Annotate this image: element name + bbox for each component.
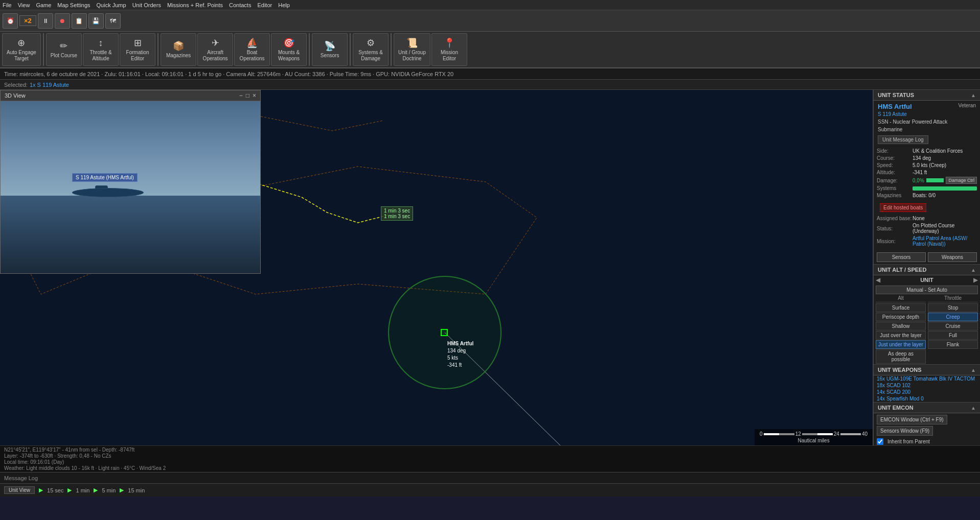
magazines-btn[interactable]: 📦 Magazines	[161, 33, 196, 66]
plot-course-btn[interactable]: ✏ Plot Course	[46, 33, 82, 66]
scale-label: Nautical miles	[760, 438, 868, 443]
message-log-bar[interactable]: Message Log	[0, 472, 980, 483]
play-icon-1[interactable]: ▶	[39, 487, 43, 493]
save-btn[interactable]: 💾	[88, 13, 104, 29]
alt-just-under-layer-btn[interactable]: Just under the layer	[876, 340, 926, 349]
menu-missions[interactable]: Missions + Ref. Points	[167, 2, 223, 8]
course-row: Course: 134 deg	[877, 155, 977, 161]
systems-damage-label: Systems &Damage	[358, 50, 383, 62]
play-icon-4[interactable]: ▶	[120, 487, 124, 493]
unit-view-btn[interactable]: Unit View	[4, 486, 35, 494]
auto-engage-target-btn[interactable]: ⊕ Auto EngageTarget	[2, 33, 41, 66]
auto-engage-icon: ⊕	[17, 37, 25, 49]
scenario-btn[interactable]: 📋	[72, 13, 87, 29]
weapon-4[interactable]: 14x Spearfish Mod 0	[874, 395, 980, 402]
view3d-titlebar[interactable]: 3D View − □ ×	[1, 90, 260, 101]
menu-quick-jump[interactable]: Quick Jump	[97, 2, 126, 8]
plot-course-icon: ✏	[60, 40, 67, 52]
unit-sensors-btn[interactable]: Sensors	[877, 252, 926, 262]
selected-unit: 1x S 119 Astute	[30, 82, 69, 88]
throttle-stop-btn[interactable]: Stop	[928, 303, 978, 312]
unit-emcon-title: UNIT EMCON	[878, 405, 914, 411]
unit-status-header: UNIT STATUS ▲	[874, 90, 980, 101]
unit-status-expand[interactable]: ▲	[971, 92, 976, 98]
alt-speed-expand[interactable]: ▲	[971, 267, 976, 273]
sensors-btn[interactable]: 📡 Sensors	[312, 33, 348, 66]
inherit-parent-row: Inherit from Parent	[874, 437, 980, 445]
inherit-parent-checkbox[interactable]	[877, 438, 883, 445]
time-icon[interactable]: ⏰	[3, 13, 18, 29]
unit-weapons-title: UNIT WEAPONS	[878, 367, 922, 373]
record-btn[interactable]: ⏺	[55, 13, 70, 29]
course-value: 134 deg	[913, 155, 931, 161]
aircraft-ops-icon: ✈	[212, 37, 219, 49]
throttle-flank-btn[interactable]: Flank	[928, 340, 978, 349]
throttle-cruise-btn[interactable]: Cruise	[928, 322, 978, 330]
play-icon-3[interactable]: ▶	[94, 487, 98, 493]
menu-editor[interactable]: Editor	[257, 2, 272, 8]
throttle-full-btn[interactable]: Full	[928, 331, 978, 340]
sea-background	[1, 196, 260, 273]
view3d-close[interactable]: ×	[253, 92, 256, 99]
damage-ctrl-btn[interactable]: Damage Ctrl	[946, 177, 977, 184]
alt-speed-prev-btn[interactable]: ◀	[876, 276, 880, 283]
scale-0: 0	[760, 431, 763, 437]
alt-deep-btn[interactable]: As deep as possible	[876, 349, 926, 364]
sensors-window-btn[interactable]: Sensors Window (F9)	[877, 426, 933, 436]
weapon-2[interactable]: 18x SCAD 102	[874, 382, 980, 389]
menu-view[interactable]: View	[18, 2, 30, 8]
view3d-minimize[interactable]: −	[239, 92, 243, 99]
pause-btn[interactable]: ⏸	[38, 13, 53, 29]
unit-group-doctrine-btn[interactable]: 📜 Unit / GroupDoctrine	[394, 33, 430, 66]
alt-surface-btn[interactable]: Surface	[876, 303, 926, 312]
emcon-window-btn[interactable]: EMCON Window (Ctrl + F9)	[877, 415, 947, 424]
alt-just-over-layer-btn[interactable]: Just over the layer	[876, 331, 926, 340]
boat-operations-btn[interactable]: ⛵ BoatOperations	[234, 33, 270, 66]
weapon-1[interactable]: 16x UGM-109E Tomahawk Blk IV TACTOM	[874, 375, 980, 382]
unit-weapons-header: UNIT WEAPONS ▲	[874, 365, 980, 375]
throttle-creep-btn[interactable]: Creep	[928, 313, 978, 321]
map-container[interactable]: 1 min 3 sec 1 min 3 sec HMS Artful 134 d…	[0, 90, 873, 445]
unit-status-title: UNIT STATUS	[878, 92, 914, 98]
mounts-weapons-btn[interactable]: 🎯 Mounts &Weapons	[271, 33, 307, 66]
unit-weapons-btn[interactable]: Weapons	[928, 252, 977, 262]
menu-unit-orders[interactable]: Unit Orders	[132, 2, 161, 8]
unit-marker-hms-artful[interactable]	[441, 329, 448, 336]
play-icon-2[interactable]: ▶	[67, 487, 72, 493]
unit-group-doctrine-icon: 📜	[406, 37, 418, 49]
plot-course-label: Plot Course	[51, 53, 77, 59]
mission-value[interactable]: Artful Patrol Area (ASW/ Patrol (Naval))	[913, 235, 977, 247]
menu-game[interactable]: Game	[36, 2, 51, 8]
alt-speed-next-btn[interactable]: ▶	[973, 276, 978, 283]
menu-contacts[interactable]: Contacts	[229, 2, 251, 8]
formation-editor-btn[interactable]: ⊞ FormationEditor	[120, 33, 155, 66]
alt-shallow-btn[interactable]: Shallow	[876, 322, 926, 330]
unit-emcon-header: UNIT EMCON ▲	[874, 403, 980, 413]
systems-damage-btn[interactable]: ⚙ Systems &Damage	[353, 33, 389, 66]
alt-speed-columns: Alt Surface Periscope depth Shallow Just…	[874, 295, 980, 364]
aircraft-operations-btn[interactable]: ✈ AircraftOperations	[197, 33, 233, 66]
throttle-col-header: Throttle	[928, 295, 978, 302]
unit-weapons-expand[interactable]: ▲	[971, 367, 976, 373]
nav-unit-label: UNIT	[920, 277, 933, 283]
throttle-altitude-btn[interactable]: ↕ Throttle &Altitude	[83, 33, 119, 66]
view3d-maximize[interactable]: □	[246, 92, 249, 99]
menu-help[interactable]: Help	[278, 2, 290, 8]
unit-emcon-section: UNIT EMCON ▲ EMCON Window (Ctrl + F9) Se…	[874, 403, 980, 445]
menu-file[interactable]: File	[3, 2, 12, 8]
map-btn[interactable]: 🗺	[105, 13, 121, 29]
unit-message-log-btn[interactable]: Unit Message Log	[878, 135, 928, 144]
throttle-column: Throttle Stop Creep Cruise Full Flank	[928, 295, 978, 364]
assigned-base-value: None	[913, 216, 925, 221]
alt-speed-nav: ◀ UNIT ▶	[874, 275, 980, 285]
edit-hosted-boats-btn[interactable]: Edit hosted boats	[880, 203, 926, 212]
damage-bar: 0,0% Damage Ctrl	[913, 177, 977, 184]
weapon-3[interactable]: 14x SCAD 200	[874, 389, 980, 395]
manual-set-auto-btn[interactable]: Manual - Set Auto	[876, 286, 978, 294]
speed-multiplier[interactable]: ×2	[19, 15, 36, 26]
unit-emcon-expand[interactable]: ▲	[971, 405, 976, 411]
unit-type-line3: Submarine	[874, 126, 980, 133]
alt-periscope-depth-btn[interactable]: Periscope depth	[876, 313, 926, 321]
mission-editor-btn[interactable]: 📍 MissionEditor	[431, 33, 467, 66]
menu-map-settings[interactable]: Map Settings	[57, 2, 90, 8]
